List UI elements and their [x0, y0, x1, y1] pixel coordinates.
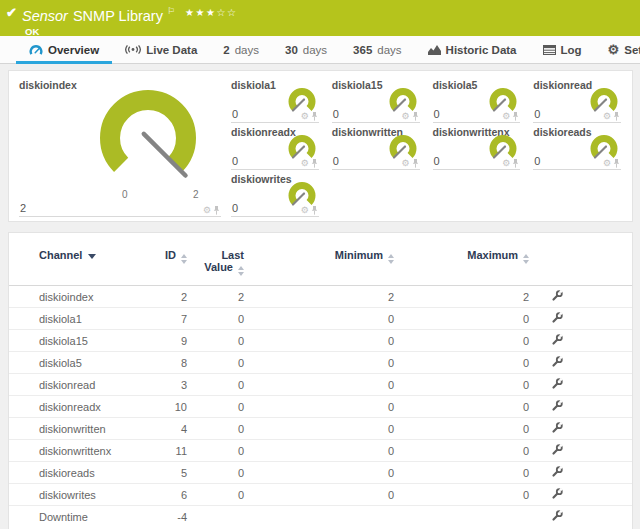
sort-icon	[238, 266, 244, 276]
tab-2-days[interactable]: 2 days	[210, 36, 272, 63]
priority-flag-icon[interactable]: ⚐	[167, 6, 175, 16]
filler-cell	[581, 440, 632, 462]
channel-name[interactable]: diskioindex	[9, 286, 139, 308]
gear-icon[interactable]: ⚙	[603, 159, 611, 168]
gear-icon[interactable]: ⚙	[502, 112, 510, 121]
tab-overview[interactable]: Overview	[16, 36, 112, 63]
star-rating[interactable]: ★★★☆☆	[185, 7, 237, 18]
table-row[interactable]: diskiola15 9 0 0 0	[9, 330, 632, 352]
channel-name[interactable]: diskioreads	[9, 462, 139, 484]
channel-name[interactable]: diskionwrittenx	[9, 440, 139, 462]
tab-number: 30	[285, 44, 298, 56]
wrench-icon[interactable]	[551, 312, 563, 324]
sort-icon	[523, 254, 529, 264]
tab-historic-data[interactable]: Historic Data	[415, 36, 530, 63]
pin-icon[interactable]	[613, 159, 620, 168]
sensor-status-header: ✔ SensorSNMP Library⚐★★★☆☆ OK	[0, 0, 640, 36]
gauge-cell[interactable]: diskiola5 0 ⚙	[430, 76, 528, 123]
gear-icon[interactable]: ⚙	[401, 112, 409, 121]
wrench-icon[interactable]	[551, 378, 563, 390]
channel-name[interactable]: diskiola5	[9, 352, 139, 374]
wrench-icon[interactable]	[551, 400, 563, 412]
pin-icon[interactable]	[311, 159, 318, 168]
tab-365-days[interactable]: 365 days	[340, 36, 414, 63]
wrench-icon[interactable]	[551, 488, 563, 500]
column-header-minimum[interactable]: Minimum	[248, 233, 398, 286]
table-row[interactable]: diskionread 3 0 0 0	[9, 374, 632, 396]
channel-name[interactable]: diskionread	[9, 374, 139, 396]
table-row[interactable]: diskionwritten 4 0 0 0	[9, 418, 632, 440]
pin-icon[interactable]	[613, 112, 620, 121]
tab-settings[interactable]: ⚙ Settings	[595, 36, 640, 63]
tab-log[interactable]: Log	[530, 36, 595, 63]
channel-id: 5	[139, 462, 191, 484]
wrench-icon[interactable]	[551, 356, 563, 368]
channel-name[interactable]: Downtime	[9, 506, 139, 528]
channel-id: 8	[139, 352, 191, 374]
channel-name[interactable]: diskiola1	[9, 308, 139, 330]
gauge-cell[interactable]: diskioreads 0 ⚙	[530, 123, 628, 170]
gauge-cell[interactable]: diskionread 0 ⚙	[530, 76, 628, 123]
pin-icon[interactable]	[213, 206, 220, 215]
column-header-id[interactable]: ID	[139, 233, 191, 286]
table-row[interactable]: diskionwrittenx 11 0 0 0	[9, 440, 632, 462]
channel-name[interactable]: diskionreadx	[9, 396, 139, 418]
gauge-cell[interactable]: diskiowrites 0 ⚙	[228, 170, 326, 217]
gauge-cell[interactable]: diskiola1 0 ⚙	[228, 76, 326, 123]
wrench-icon[interactable]	[551, 466, 563, 478]
pin-icon[interactable]	[512, 112, 519, 121]
gear-icon[interactable]: ⚙	[301, 206, 309, 215]
table-row[interactable]: diskioreads 5 0 0 0	[9, 462, 632, 484]
filler-cell	[581, 308, 632, 330]
channel-minimum: 0	[248, 396, 398, 418]
gear-icon[interactable]: ⚙	[502, 159, 510, 168]
gauges-panel: diskioindex 0 2 2 ⚙ diskiola1 0 ⚙	[8, 70, 633, 222]
wrench-icon[interactable]	[551, 290, 563, 302]
gear-icon[interactable]: ⚙	[301, 159, 309, 168]
filler-cell	[581, 352, 632, 374]
live-signal-icon	[125, 44, 141, 55]
table-row[interactable]: Downtime -4	[9, 506, 632, 528]
table-row[interactable]: diskiola5 8 0 0 0	[9, 352, 632, 374]
wrench-icon[interactable]	[551, 510, 563, 522]
table-row[interactable]: diskiola1 7 0 0 0	[9, 308, 632, 330]
column-header-last-value[interactable]: Last Value	[191, 233, 248, 286]
wrench-icon[interactable]	[551, 444, 563, 456]
filler-cell	[581, 484, 632, 506]
channel-maximum: 0	[398, 484, 533, 506]
pin-icon[interactable]	[311, 112, 318, 121]
gear-icon[interactable]: ⚙	[401, 159, 409, 168]
wrench-icon[interactable]	[551, 334, 563, 346]
channel-name[interactable]: diskiowrites	[9, 484, 139, 506]
pin-icon[interactable]	[412, 159, 419, 168]
tab-30-days[interactable]: 30 days	[272, 36, 340, 63]
gear-icon[interactable]: ⚙	[301, 112, 309, 121]
channel-name[interactable]: diskiola15	[9, 330, 139, 352]
tab-label: Historic Data	[446, 44, 517, 56]
channel-maximum: 0	[398, 396, 533, 418]
table-row[interactable]: diskioindex 2 2 2 2	[9, 286, 632, 308]
table-row[interactable]: diskionreadx 10 0 0 0	[9, 396, 632, 418]
pin-icon[interactable]	[512, 159, 519, 168]
gear-icon[interactable]: ⚙	[603, 112, 611, 121]
gear-icon[interactable]: ⚙	[203, 206, 211, 215]
column-header-channel[interactable]: Channel	[9, 233, 139, 286]
sensor-name: SNMP Library	[73, 8, 163, 24]
gauge-cell[interactable]: diskionwrittenx 0 ⚙	[430, 123, 528, 170]
table-row[interactable]: diskiowrites 6 0 0 0	[9, 484, 632, 506]
channel-id: 11	[139, 440, 191, 462]
channel-minimum: 0	[248, 484, 398, 506]
column-header-maximum[interactable]: Maximum	[398, 233, 533, 286]
channel-last-value: 0	[191, 352, 248, 374]
tab-live-data[interactable]: Live Data	[112, 36, 210, 63]
channel-name[interactable]: diskionwritten	[9, 418, 139, 440]
pin-icon[interactable]	[412, 112, 419, 121]
pin-icon[interactable]	[311, 206, 318, 215]
main-gauge-cell[interactable]: diskioindex 0 2 2 ⚙	[16, 76, 228, 217]
wrench-icon[interactable]	[551, 422, 563, 434]
gauge-cell[interactable]: diskiola15 0 ⚙	[329, 76, 427, 123]
gauge-cell[interactable]: diskionreadx 0 ⚙	[228, 123, 326, 170]
gauge-cell[interactable]: diskionwritten 0 ⚙	[329, 123, 427, 170]
gauge-current-value: 0	[232, 202, 238, 214]
area-chart-icon	[428, 45, 441, 55]
